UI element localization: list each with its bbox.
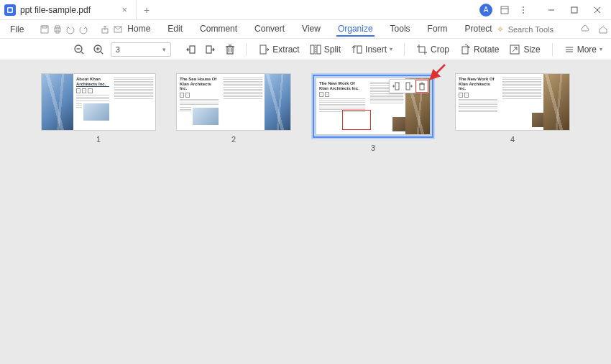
svg-rect-32: [260, 45, 266, 54]
page-action-toolbar: [389, 79, 429, 93]
svg-line-19: [81, 52, 83, 54]
insert-after-icon[interactable]: [403, 80, 415, 93]
page-number-label: 2: [231, 135, 236, 144]
svg-point-6: [523, 12, 524, 14]
svg-rect-42: [395, 83, 399, 90]
zoom-out-icon[interactable]: [72, 42, 87, 57]
delete-icon[interactable]: [223, 42, 238, 57]
thumb-title: About Khan Architects Inc.: [76, 77, 109, 87]
minimize-button[interactable]: [541, 2, 562, 18]
maximize-button[interactable]: [564, 2, 585, 18]
menu-protect[interactable]: Protect: [464, 22, 494, 37]
size-button[interactable]: Size: [506, 44, 543, 55]
menu-edit[interactable]: Edit: [166, 22, 184, 37]
svg-rect-1: [9, 8, 12, 11]
page-thumbnail-3[interactable]: The New Work Of Klan Architects Inc. ···…: [311, 73, 435, 152]
app-icon: [4, 4, 16, 16]
titlebar: ppt file-sample.pdf × + A: [0, 0, 611, 20]
menu-tools[interactable]: Tools: [389, 22, 412, 37]
page-number-input[interactable]: 3▾: [111, 42, 171, 57]
zoom-in-icon[interactable]: [91, 42, 106, 57]
document-tab[interactable]: ppt file-sample.pdf ×: [0, 0, 137, 20]
rotate-right-icon[interactable]: [203, 42, 219, 57]
svg-rect-25: [190, 46, 195, 53]
svg-rect-34: [317, 45, 321, 54]
rotate-button[interactable]: Rotate: [456, 44, 502, 55]
page-thumbnail-1[interactable]: About Khan Architects Inc. ······ 1: [41, 73, 156, 144]
svg-line-51: [431, 65, 445, 79]
insert-before-icon[interactable]: [390, 80, 403, 93]
menu-view[interactable]: View: [300, 22, 322, 37]
svg-rect-2: [501, 6, 508, 14]
sparkle-icon[interactable]: ✧: [497, 24, 504, 34]
menu-comment[interactable]: Comment: [198, 22, 239, 37]
window-app-icon[interactable]: [496, 2, 513, 18]
menu-organize[interactable]: Organize: [336, 22, 375, 37]
redo-icon[interactable]: [78, 22, 88, 37]
svg-rect-33: [311, 45, 314, 54]
svg-rect-14: [55, 26, 60, 28]
home-icon[interactable]: [596, 22, 610, 37]
rotate-left-icon[interactable]: [184, 42, 199, 57]
menu-form[interactable]: Form: [426, 22, 449, 37]
new-tab-button[interactable]: +: [137, 4, 157, 16]
organize-toolbar: 3▾ Extract Split Insert▾ Crop Rotate Siz…: [0, 39, 611, 60]
main-menu: Home Edit Comment Convert View Organize …: [126, 22, 493, 37]
svg-point-5: [523, 9, 524, 11]
menu-convert[interactable]: Convert: [253, 22, 286, 37]
svg-rect-27: [227, 47, 233, 54]
page-thumbnail-4[interactable]: The New Work Of Klan Architects Inc. ···…: [455, 73, 570, 144]
cloud-icon[interactable]: [577, 22, 592, 37]
close-tab-icon[interactable]: ×: [119, 4, 130, 15]
save-icon[interactable]: [40, 22, 50, 37]
svg-rect-8: [571, 7, 577, 13]
svg-rect-45: [406, 83, 410, 90]
email-icon[interactable]: [113, 22, 123, 37]
extract-button[interactable]: Extract: [255, 44, 302, 55]
close-window-button[interactable]: [587, 2, 608, 18]
thumb-title: The Sea House Of Klan Architects Inc.: [180, 77, 219, 91]
thumb-title: The New Work Of Klan Architects Inc.: [319, 81, 365, 90]
search-tools-input[interactable]: [508, 25, 573, 34]
tab-title: ppt file-sample.pdf: [20, 5, 91, 15]
page-number-label: 1: [96, 135, 101, 144]
menubar: File Home Edit Comment Convert View Orga…: [0, 20, 611, 39]
share-icon[interactable]: [100, 22, 110, 37]
split-button[interactable]: Split: [307, 44, 344, 55]
page-number-label: 3: [371, 144, 375, 152]
page-grid[interactable]: About Khan Architects Inc. ······ 1 The …: [0, 60, 611, 364]
file-menu[interactable]: File: [6, 24, 28, 34]
thumb-title: The New Work Of Klan Architects Inc.: [459, 77, 497, 91]
delete-page-icon[interactable]: [415, 80, 428, 93]
content-highlight-box: [342, 110, 371, 130]
svg-rect-37: [462, 47, 468, 54]
more-button[interactable]: More▾: [561, 45, 605, 55]
svg-rect-26: [206, 46, 211, 53]
svg-rect-36: [357, 46, 362, 53]
user-avatar[interactable]: A: [477, 2, 495, 18]
page-thumbnail-2[interactable]: The Sea House Of Klan Architects Inc. ··…: [176, 73, 291, 144]
crop-button[interactable]: Crop: [413, 44, 452, 55]
svg-line-22: [101, 52, 103, 54]
svg-point-4: [523, 6, 524, 8]
print-icon[interactable]: [52, 22, 63, 37]
svg-rect-12: [42, 26, 47, 28]
svg-rect-48: [420, 84, 424, 90]
kebab-menu-icon[interactable]: [515, 2, 532, 18]
menu-home[interactable]: Home: [126, 22, 152, 37]
page-number-label: 4: [510, 135, 515, 144]
insert-button[interactable]: Insert▾: [348, 44, 395, 55]
undo-icon[interactable]: [65, 22, 75, 37]
